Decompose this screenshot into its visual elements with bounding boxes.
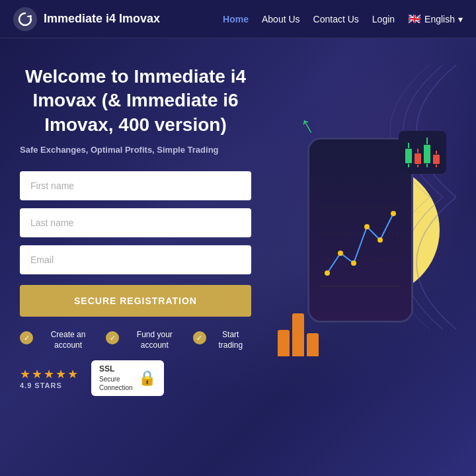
brand-icon xyxy=(13,7,37,31)
svg-point-8 xyxy=(377,237,383,243)
ssl-title: SSL xyxy=(99,364,114,374)
candle-3-top-wick xyxy=(426,138,428,144)
step-2-label: Fund your account xyxy=(123,330,186,350)
star-rating: ★ ★ ★ ★ ★ xyxy=(20,367,78,381)
firstname-input[interactable] xyxy=(20,171,251,200)
bar-2 xyxy=(292,313,304,356)
star-1: ★ xyxy=(20,367,30,381)
flag-icon: 🇬🇧 xyxy=(408,13,421,25)
nav-contact[interactable]: Contact Us xyxy=(313,14,359,24)
candle-1 xyxy=(405,143,412,167)
svg-point-5 xyxy=(338,251,343,256)
step-1: ✓ Create an account xyxy=(20,330,99,350)
candle-1-body xyxy=(405,149,412,163)
step-1-check: ✓ xyxy=(20,331,33,344)
candle-4-top-wick xyxy=(436,151,437,154)
chevron-down-icon: ▾ xyxy=(458,14,463,24)
phone-screen xyxy=(309,139,411,321)
candle-4 xyxy=(433,151,440,167)
line-chart-svg xyxy=(314,167,407,299)
star-2: ★ xyxy=(32,367,42,381)
firstname-group xyxy=(20,171,251,200)
phone-body xyxy=(307,138,413,323)
hero-title: Welcome to Immediate i4 Imovax (& Immedi… xyxy=(20,65,251,137)
candle-1-bottom-wick xyxy=(408,164,409,167)
brand-logo-link[interactable]: Immediate i4 Imovax xyxy=(13,7,160,31)
navbar: Immediate i4 Imovax Home About Us Contac… xyxy=(0,0,476,38)
nav-links: Home About Us Contact Us Login 🇬🇧 Englis… xyxy=(223,13,463,25)
steps-row: ✓ Create an account ✓ Fund your account … xyxy=(20,330,251,350)
hero-right-panel: ↑ xyxy=(264,65,456,396)
star-5: ★ xyxy=(67,367,78,381)
email-input[interactable] xyxy=(20,245,251,274)
nav-login[interactable]: Login xyxy=(372,14,395,24)
star-4: ★ xyxy=(56,367,66,381)
candle-3 xyxy=(424,138,430,167)
candle-2 xyxy=(415,149,421,167)
nav-about[interactable]: About Us xyxy=(262,14,300,24)
candle-2-body xyxy=(415,153,421,164)
candle-3-body xyxy=(424,145,430,163)
candle-chart xyxy=(399,131,446,174)
ssl-text: SSL SecureConnection xyxy=(99,364,133,392)
candle-2-bottom-wick xyxy=(417,165,418,167)
bar-3 xyxy=(307,333,319,356)
step-3-label: Start trading xyxy=(210,330,251,350)
candle-1-top-wick xyxy=(408,143,409,148)
lastname-group xyxy=(20,208,251,237)
step-3: ✓ Start trading xyxy=(193,330,251,350)
language-selector[interactable]: 🇬🇧 English ▾ xyxy=(408,13,463,25)
stars-badge: ★ ★ ★ ★ ★ 4.9 STARS xyxy=(20,367,78,389)
svg-point-9 xyxy=(391,211,396,216)
step-2: ✓ Fund your account xyxy=(106,330,186,350)
hero-left-panel: Welcome to Immediate i4 Imovax (& Immedi… xyxy=(20,65,251,396)
svg-point-4 xyxy=(325,270,330,276)
phone-mockup xyxy=(307,138,413,323)
ssl-lock-icon: 🔒 xyxy=(138,370,156,387)
hero-subtitle: Safe Exchanges, Optimal Profits, Simple … xyxy=(20,145,251,155)
brand-name: Immediate i4 Imovax xyxy=(44,12,160,26)
ssl-badge: SSL SecureConnection 🔒 xyxy=(91,360,164,396)
step-2-check: ✓ xyxy=(106,331,119,344)
step-3-check: ✓ xyxy=(193,331,206,344)
ssl-subtitle: SecureConnection xyxy=(99,376,133,391)
email-group xyxy=(20,245,251,274)
star-3: ★ xyxy=(44,367,54,381)
candle-3-bottom-wick xyxy=(426,164,428,167)
language-label: English xyxy=(424,14,455,24)
candle-2-top-wick xyxy=(417,149,418,153)
svg-point-6 xyxy=(351,260,356,266)
lastname-input[interactable] xyxy=(20,208,251,237)
register-button[interactable]: SECURE REGISTRATION xyxy=(20,285,251,317)
nav-home[interactable]: Home xyxy=(223,14,249,24)
hero-section: Welcome to Immediate i4 Imovax (& Immedi… xyxy=(0,38,476,476)
bar-chart xyxy=(278,313,319,356)
candle-4-bottom-wick xyxy=(436,165,437,167)
stars-label: 4.9 STARS xyxy=(20,381,62,389)
trust-row: ★ ★ ★ ★ ★ 4.9 STARS SSL SecureConnection… xyxy=(20,360,251,396)
svg-point-7 xyxy=(364,224,370,229)
candle-4-body xyxy=(433,155,440,164)
bar-1 xyxy=(278,330,290,356)
step-1-label: Create an account xyxy=(37,330,99,350)
